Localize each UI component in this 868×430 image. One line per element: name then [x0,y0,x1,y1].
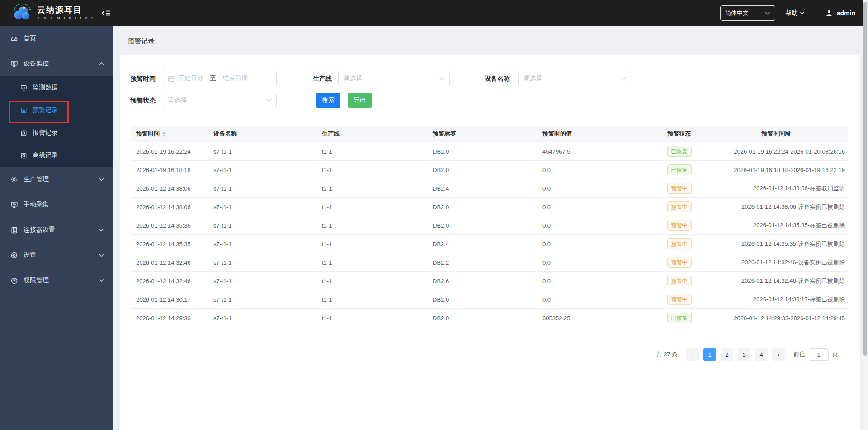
device-select[interactable]: 请选择 [518,71,631,86]
cell-tag: DB2.0 [427,204,537,210]
cell-period: 2026-01-19 16:18:18-2026-01-19 16:22:19 [708,167,848,173]
page-button-1[interactable]: 1 [703,348,716,361]
status-select[interactable]: 请选择 [163,93,277,108]
cell-device: s7-t1-1 [208,241,316,248]
cell-status: 预警中 [651,201,708,212]
prev-page-button[interactable]: ‹ [686,348,699,361]
device-monitor-icon [10,60,18,68]
brand-logo: 云纳源耳目 Y N Y M i n i t o r [0,4,100,23]
export-button[interactable]: 导出 [348,93,372,108]
status-badge: 已恢复 [667,313,692,323]
sidebar-item-label: 权限管理 [24,276,49,285]
pagination: 共 37 条 ‹ 1234 › 前往 页 [656,348,838,361]
sidebar-item-label: 监测数据 [33,84,58,92]
sidebar-item-label: 首页 [24,34,36,42]
cell-device: s7-t1-1 [208,296,316,303]
cell-device: s7-t1-1 [208,185,316,192]
page-title: 预警记录 [127,37,155,46]
date-range-input[interactable]: 开始日期 至 结束日期 [163,71,277,86]
date-start-placeholder: 开始日期 [178,75,203,83]
table-row: 2026-01-12 14:35:35s7-t1-1t1-1DB2.40.0预警… [131,235,848,253]
page-button-3[interactable]: 3 [738,348,750,361]
alert-records-table: 预警时间 设备名称 生产线 预警标签 预警时的值 预警状态 预警时间段 2026… [131,126,848,327]
table-row: 2026-01-12 14:35:35s7-t1-1t1-1DB2.00.0预警… [131,216,848,235]
sidebar-item-monitor-data[interactable]: 监测数据 [0,76,113,99]
cell-time: 2026-01-12 14:29:33 [131,315,208,322]
calendar-icon [168,75,175,82]
divider [815,9,815,18]
cell-line: t1-1 [316,222,427,229]
device-select-placeholder: 请选择 [523,75,542,83]
table-row: 2026-01-19 16:18:18s7-t1-1t1-1DB2.00.0已恢… [131,161,848,179]
sidebar-item-production[interactable]: 生产管理 [0,167,113,192]
username: admin [837,9,855,17]
table-header-row: 预警时间 设备名称 生产线 预警标签 预警时的值 预警状态 预警时间段 [131,126,848,142]
sidebar-item-home[interactable]: 首页 [0,26,113,51]
help-label: 帮助 [785,9,798,17]
chevron-down-icon [99,228,104,232]
sidebar-item-warning-record[interactable]: 预警记录 [0,99,113,122]
cell-status: 预警中 [651,257,708,268]
cell-device: s7-t1-1 [208,278,316,285]
brand-cloud-icon [12,4,33,23]
goto-page-input[interactable] [809,348,829,361]
status-badge: 已恢复 [667,146,692,157]
cell-value: 0.0 [537,204,651,210]
page-button-2[interactable]: 2 [721,348,733,361]
sidebar-item-permission[interactable]: 权限管理 [0,268,113,293]
chevron-down-icon [620,77,626,80]
cell-period: 2026-01-12 14:38:06-设备实例已被删除 [708,203,848,211]
search-button[interactable]: 搜索 [316,93,340,108]
table-row: 2026-01-12 14:32:46s7-t1-1t1-1DB2.60.0预警… [131,272,848,290]
cell-tag: DB2.2 [427,259,537,266]
scrollbar-thumb[interactable] [863,2,867,356]
sidebar-item-manual-collect[interactable]: 手动采集 [0,192,113,217]
next-page-button[interactable]: › [772,348,785,361]
sort-control[interactable] [162,131,166,137]
column-header-device: 设备名称 [208,130,316,138]
column-header-status: 预警状态 [651,130,708,138]
cell-line: t1-1 [316,204,427,210]
user-menu[interactable]: admin [825,9,855,17]
cell-status: 预警中 [651,183,708,194]
connector-icon [10,226,18,234]
cell-time: 2026-01-12 14:32:46 [131,259,208,266]
help-menu[interactable]: 帮助 [785,9,805,17]
offline-record-icon [20,152,27,159]
chevron-down-icon [99,178,104,181]
line-select[interactable]: 请选择 [338,71,450,86]
goto-label: 前往 [793,351,805,359]
sidebar-item-settings[interactable]: 设置 [0,243,113,268]
cell-value: 0.0 [537,259,651,266]
table-row: 2026-01-19 16:22:24s7-t1-1t1-1DB2.045479… [131,142,848,161]
brand-title: 云纳源耳目 [37,6,94,15]
cell-line: t1-1 [316,278,427,285]
page-button-4[interactable]: 4 [755,348,768,361]
status-badge: 预警中 [667,257,692,268]
language-value: 简体中文 [725,9,749,17]
table-row: 2026-01-12 14:38:06s7-t1-1t1-1DB2.00.0预警… [131,198,848,216]
sidebar-item-connector-settings[interactable]: 连接器设置 [0,217,113,243]
production-icon [10,175,18,183]
line-select-placeholder: 请选择 [343,75,362,83]
cell-status: 预警中 [651,220,708,231]
cell-period: 2026-01-12 14:30:17-标签已被删除 [708,295,848,304]
language-select[interactable]: 简体中文 [720,5,775,21]
chevron-down-icon [800,11,805,14]
cell-time: 2026-01-19 16:18:18 [131,167,208,173]
sidebar-collapse-icon[interactable] [100,7,112,19]
status-select-placeholder: 请选择 [168,96,187,104]
sidebar-item-alarm-record[interactable]: 报警记录 [0,122,113,144]
app-window: 云纳源耳目 Y N Y M i n i t o r 简体中文 帮助 [0,0,868,430]
column-header-period: 预警时间段 [708,130,848,138]
sidebar-item-offline-record[interactable]: 离线记录 [0,144,113,167]
cell-tag: DB2.4 [427,185,537,192]
date-end-placeholder: 结束日期 [222,75,248,83]
sidebar-item-device-monitor[interactable]: 设备监控 [0,51,113,76]
filter-device-label: 设备名称 [485,71,510,86]
top-bar: 云纳源耳目 Y N Y M i n i t o r 简体中文 帮助 [0,0,868,26]
cell-period: 2026-01-19 16:22:24-2026-01-20 08:26:16 [708,148,848,155]
status-badge: 已恢复 [667,164,692,175]
cell-status: 预警中 [651,276,708,286]
settings-icon [10,251,18,259]
